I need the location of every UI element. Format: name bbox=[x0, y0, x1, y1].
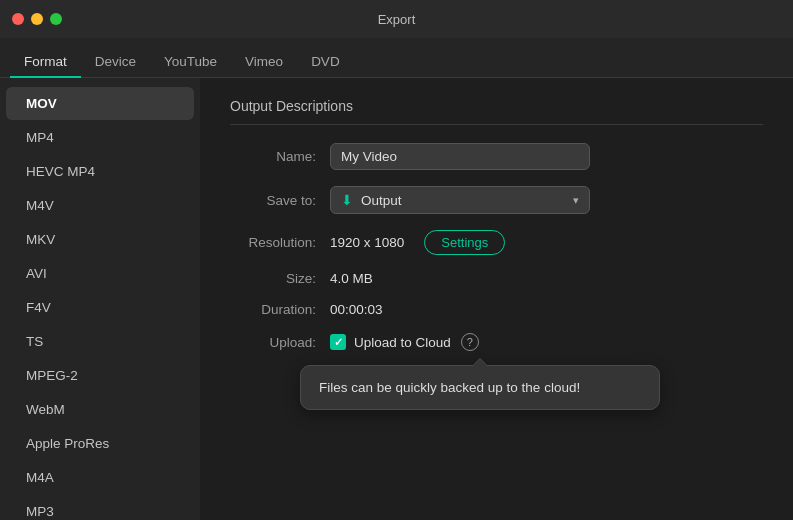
duration-row: Duration: 00:00:03 bbox=[230, 302, 763, 317]
resolution-row: Resolution: 1920 x 1080 Settings bbox=[230, 230, 763, 255]
chevron-down-icon: ▾ bbox=[573, 194, 579, 207]
save-to-label: Save to: bbox=[230, 193, 330, 208]
checkbox-indicator: ✓ bbox=[330, 334, 346, 350]
name-input[interactable] bbox=[330, 143, 590, 170]
sidebar-item-apple-prores[interactable]: Apple ProRes bbox=[6, 427, 194, 460]
sidebar-item-m4a[interactable]: M4A bbox=[6, 461, 194, 494]
window-title: Export bbox=[378, 12, 416, 27]
sidebar: MOV MP4 HEVC MP4 M4V MKV AVI F4V TS MPEG… bbox=[0, 78, 200, 520]
sidebar-item-mov[interactable]: MOV bbox=[6, 87, 194, 120]
sidebar-item-webm[interactable]: WebM bbox=[6, 393, 194, 426]
resolution-value: 1920 x 1080 bbox=[330, 235, 404, 250]
resolution-label: Resolution: bbox=[230, 235, 330, 250]
sidebar-item-mpeg2[interactable]: MPEG-2 bbox=[6, 359, 194, 392]
sidebar-item-m4v[interactable]: M4V bbox=[6, 189, 194, 222]
duration-label: Duration: bbox=[230, 302, 330, 317]
sidebar-item-mp4[interactable]: MP4 bbox=[6, 121, 194, 154]
main-layout: MOV MP4 HEVC MP4 M4V MKV AVI F4V TS MPEG… bbox=[0, 78, 793, 520]
sidebar-item-f4v[interactable]: F4V bbox=[6, 291, 194, 324]
sidebar-item-avi[interactable]: AVI bbox=[6, 257, 194, 290]
close-button[interactable] bbox=[12, 13, 24, 25]
cloud-tooltip: Files can be quickly backed up to the cl… bbox=[300, 365, 660, 410]
checkmark-icon: ✓ bbox=[334, 337, 343, 348]
upload-label: Upload: bbox=[230, 335, 330, 350]
content-area: Output Descriptions Name: Save to: ⬇ Out… bbox=[200, 78, 793, 520]
name-label: Name: bbox=[230, 149, 330, 164]
settings-button[interactable]: Settings bbox=[424, 230, 505, 255]
sidebar-item-hevc-mp4[interactable]: HEVC MP4 bbox=[6, 155, 194, 188]
sidebar-item-mp3[interactable]: MP3 bbox=[6, 495, 194, 520]
save-to-row: Save to: ⬇ Output ▾ bbox=[230, 186, 763, 214]
tab-device[interactable]: Device bbox=[81, 46, 150, 77]
minimize-button[interactable] bbox=[31, 13, 43, 25]
size-row: Size: 4.0 MB bbox=[230, 271, 763, 286]
traffic-lights bbox=[12, 13, 62, 25]
tab-bar: Format Device YouTube Vimeo DVD bbox=[0, 38, 793, 78]
help-icon[interactable]: ? bbox=[461, 333, 479, 351]
tooltip-text: Files can be quickly backed up to the cl… bbox=[319, 380, 580, 395]
upload-to-cloud-checkbox[interactable]: ✓ Upload to Cloud bbox=[330, 334, 451, 350]
size-value: 4.0 MB bbox=[330, 271, 373, 286]
save-to-dropdown[interactable]: ⬇ Output ▾ bbox=[330, 186, 590, 214]
output-descriptions-heading: Output Descriptions bbox=[230, 98, 763, 125]
tab-youtube[interactable]: YouTube bbox=[150, 46, 231, 77]
fullscreen-button[interactable] bbox=[50, 13, 62, 25]
save-to-inner: ⬇ Output bbox=[341, 192, 402, 208]
save-to-value: Output bbox=[361, 193, 402, 208]
sidebar-item-mkv[interactable]: MKV bbox=[6, 223, 194, 256]
duration-value: 00:00:03 bbox=[330, 302, 383, 317]
download-icon: ⬇ bbox=[341, 192, 353, 208]
upload-row: Upload: ✓ Upload to Cloud ? Files can be… bbox=[230, 333, 763, 351]
tab-format[interactable]: Format bbox=[10, 46, 81, 77]
title-bar: Export bbox=[0, 0, 793, 38]
tab-vimeo[interactable]: Vimeo bbox=[231, 46, 297, 77]
size-label: Size: bbox=[230, 271, 330, 286]
tab-dvd[interactable]: DVD bbox=[297, 46, 354, 77]
sidebar-item-ts[interactable]: TS bbox=[6, 325, 194, 358]
name-row: Name: bbox=[230, 143, 763, 170]
upload-to-cloud-label: Upload to Cloud bbox=[354, 335, 451, 350]
